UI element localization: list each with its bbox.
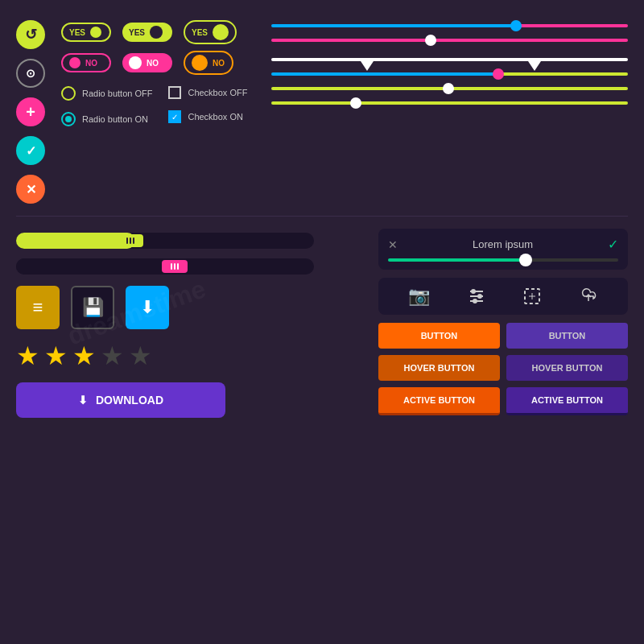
- progress-bar-2[interactable]: [16, 258, 314, 275]
- slider-5[interactable]: [271, 87, 628, 90]
- lorem-confirm[interactable]: ✓: [608, 237, 618, 252]
- cloud-upload-icon[interactable]: [579, 287, 598, 306]
- star-1[interactable]: ★: [16, 341, 39, 371]
- progress-handle-1[interactable]: [118, 234, 143, 247]
- toggle-no-2[interactable]: NO: [122, 53, 172, 72]
- radio-group: Radio button OFF Radio button ON: [61, 86, 152, 126]
- button-grid: BUTTON BUTTON HOVER BUTTON HOVER BUTTON …: [378, 323, 628, 415]
- slider-6-thumb[interactable]: [350, 97, 361, 109]
- download-icon-button[interactable]: ⬇: [126, 286, 169, 329]
- check-icon[interactable]: ✓: [16, 136, 45, 165]
- button-purple-hover[interactable]: HOVER BUTTON: [506, 355, 628, 381]
- lorem-slider[interactable]: [388, 258, 618, 262]
- radio-off-button[interactable]: [61, 86, 76, 101]
- radio-on-button[interactable]: [61, 112, 76, 126]
- slider-4[interactable]: [271, 72, 628, 76]
- toggle-no-1[interactable]: NO: [61, 53, 111, 72]
- bottom-left: ≡ 💾 ⬇ ★ ★ ★ ★ ★ ⬇ DOWNLOAD: [16, 229, 362, 418]
- slider-1-thumb[interactable]: [510, 20, 522, 31]
- progress-handle-2[interactable]: [162, 260, 188, 273]
- button-purple-active[interactable]: ACTIVE BUTTON: [506, 387, 628, 415]
- lorem-slider-thumb[interactable]: [519, 254, 532, 266]
- button-orange-active[interactable]: ACTIVE BUTTON: [378, 387, 500, 415]
- slider-5-thumb[interactable]: [443, 83, 454, 94]
- slider-2-thumb[interactable]: [425, 35, 436, 46]
- toggle-yes-1[interactable]: YES: [61, 23, 111, 42]
- checkbox-group: Checkbox OFF ✓ Checkbox ON: [168, 86, 247, 126]
- toggles-area: YES YES YES NO NO: [53, 16, 247, 204]
- lorem-box: ✕ Lorem ipsum ✓: [378, 229, 628, 270]
- svg-point-3: [477, 294, 482, 299]
- radio-on-label: Radio button ON: [82, 114, 148, 124]
- yes-toggle-row: YES YES YES: [61, 20, 247, 44]
- toggle-yes-2[interactable]: YES: [122, 23, 172, 42]
- radio-check-area: Radio button OFF Radio button ON Checkbo…: [61, 86, 247, 126]
- camera-icon[interactable]: 📷: [408, 286, 430, 307]
- star-5[interactable]: ★: [129, 341, 152, 371]
- checkbox-on-row: ✓ Checkbox ON: [168, 110, 247, 123]
- close-icon[interactable]: ✕: [16, 175, 45, 204]
- checkbox-off[interactable]: [168, 86, 181, 99]
- slider-4-thumb[interactable]: [493, 68, 504, 80]
- checkbox-on-label: Checkbox ON: [188, 112, 242, 122]
- sliders-area: [255, 16, 628, 204]
- svg-point-5: [473, 299, 477, 303]
- radio-on-row: Radio button ON: [61, 112, 152, 126]
- download-label: DOWNLOAD: [96, 394, 163, 407]
- slider-3[interactable]: [271, 58, 628, 61]
- menu-icon-button[interactable]: ≡: [16, 286, 60, 329]
- crop-icon[interactable]: [522, 287, 542, 306]
- divider: [16, 216, 628, 217]
- toggle-no-3[interactable]: NO: [184, 51, 233, 75]
- checkbox-on[interactable]: ✓: [168, 110, 181, 123]
- download-button[interactable]: ⬇ DOWNLOAD: [16, 382, 225, 418]
- action-icons-row: ≡ 💾 ⬇: [16, 286, 362, 329]
- star-4[interactable]: ★: [101, 341, 124, 371]
- radio-off-label: Radio button OFF: [82, 89, 152, 98]
- settings-sliders-icon[interactable]: [467, 287, 486, 306]
- checkbox-off-label: Checkbox OFF: [188, 88, 247, 97]
- star-3[interactable]: ★: [72, 341, 96, 371]
- lorem-close[interactable]: ✕: [388, 238, 398, 251]
- slider-3-thumb-left[interactable]: [361, 61, 374, 71]
- radio-off-row: Radio button OFF: [61, 86, 152, 101]
- progress-area: [16, 229, 362, 275]
- progress-bar-1[interactable]: [16, 233, 314, 249]
- star-rating[interactable]: ★ ★ ★ ★ ★: [16, 341, 362, 371]
- bottom-right: ✕ Lorem ipsum ✓ 📷: [378, 229, 628, 418]
- checkbox-off-row: Checkbox OFF: [168, 86, 247, 99]
- refresh-icon[interactable]: ↺: [16, 20, 45, 49]
- button-orange-hover[interactable]: HOVER BUTTON: [378, 355, 500, 381]
- save-icon-button[interactable]: 💾: [71, 286, 114, 329]
- slider-6[interactable]: [271, 101, 628, 105]
- slider-2[interactable]: [271, 39, 628, 42]
- button-purple-normal[interactable]: BUTTON: [506, 323, 628, 349]
- lorem-title: Lorem ipsum: [473, 238, 533, 250]
- no-toggle-row: NO NO NO: [61, 51, 247, 75]
- button-orange-normal[interactable]: BUTTON: [378, 323, 500, 349]
- toggle-yes-3[interactable]: YES: [184, 20, 237, 44]
- star-2[interactable]: ★: [44, 341, 68, 371]
- svg-point-1: [471, 289, 476, 294]
- icon-toolbar: 📷: [378, 278, 628, 315]
- share-icon[interactable]: ⊙: [16, 59, 45, 88]
- add-icon[interactable]: +: [16, 97, 45, 126]
- icon-column: ↺ ⊙ + ✓ ✕: [16, 16, 45, 204]
- slider-1[interactable]: [271, 24, 628, 27]
- slider-3-thumb-right[interactable]: [528, 61, 541, 71]
